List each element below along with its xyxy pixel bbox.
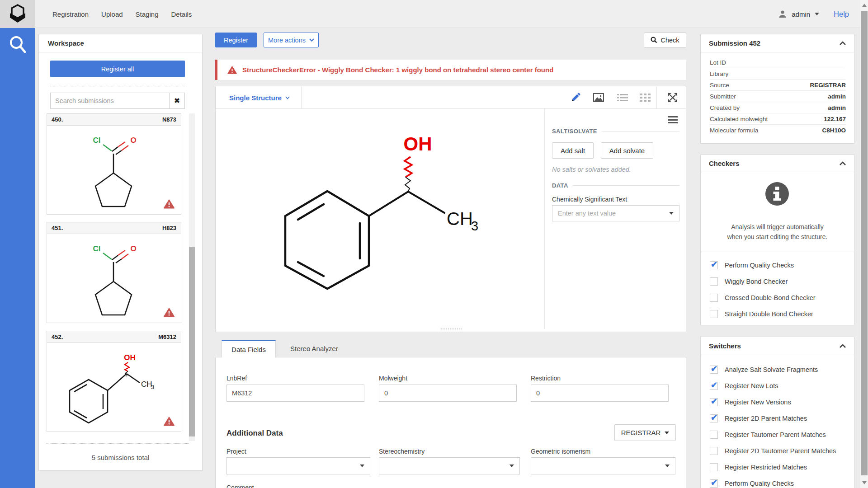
page-scrollbar-thumb[interactable]	[861, 11, 868, 475]
atom-ch-label: CH	[447, 209, 473, 229]
help-link[interactable]: Help	[834, 10, 849, 19]
checkbox[interactable]: ✔	[710, 431, 718, 439]
registrar-dropdown-button[interactable]: REGISTRAR	[614, 424, 676, 441]
expand-icon[interactable]	[668, 93, 678, 103]
search-icon[interactable]	[8, 34, 28, 55]
checkers-panel: Checkers Analysis will trigger automatic…	[700, 155, 854, 325]
more-actions-button[interactable]: More actions	[264, 33, 319, 47]
restriction-input[interactable]	[531, 385, 669, 402]
grid-view-icon[interactable]	[640, 94, 651, 102]
register-all-button[interactable]: Register all	[50, 61, 185, 77]
submission-row: SourceREGISTRAR	[710, 80, 846, 91]
structure-canvas[interactable]: OH CH 3	[222, 113, 493, 317]
main-nav: Registration Upload Staging Details	[52, 0, 192, 28]
checker-item: ✔Wiggly Bond Checker	[701, 273, 854, 290]
page-scrollbar[interactable]	[860, 0, 868, 488]
user-menu[interactable]: admin	[792, 10, 810, 18]
image-view-icon[interactable]	[593, 93, 604, 102]
check-button[interactable]: Check	[644, 33, 686, 47]
tab-stereo-analyzer[interactable]: Stereo Analyzer	[276, 340, 353, 357]
info-icon	[765, 182, 789, 206]
collapse-icon[interactable]	[840, 41, 846, 45]
collapse-icon[interactable]	[840, 344, 846, 348]
card-451-header: 451. H823	[47, 222, 181, 234]
workspace-scrollbar-thumb[interactable]	[189, 247, 195, 436]
stereochemistry-select[interactable]	[379, 457, 520, 474]
error-message: StructureCheckerError - Wiggly Bond Chec…	[242, 66, 553, 74]
structure-mode-dropdown[interactable]: Single Structure	[216, 86, 302, 109]
data-section: DATA	[552, 182, 679, 189]
geometric-isomerism-select[interactable]	[531, 457, 675, 474]
search-submissions-input[interactable]	[50, 93, 169, 109]
structure-menu-icon[interactable]	[668, 116, 678, 123]
workspace-list-scrollbar[interactable]	[189, 113, 195, 441]
chevron-down-icon	[665, 465, 670, 467]
add-solvate-button[interactable]: Add solvate	[601, 142, 653, 159]
checkbox[interactable]: ✔	[710, 398, 718, 406]
user-caret-icon[interactable]	[815, 13, 819, 15]
submission-title: Submission 452	[709, 39, 760, 47]
switchers-panel: Switchers ✔Analyze Salt Solvate Fragment…	[700, 337, 854, 488]
checkbox[interactable]: ✔	[710, 310, 718, 318]
stereochemistry-label: Stereochemistry	[379, 448, 425, 455]
card-450-index: 450.	[52, 116, 63, 123]
scroll-up-arrow[interactable]	[862, 4, 867, 7]
lnbref-input[interactable]	[226, 385, 364, 402]
data-header: DATA	[552, 182, 568, 189]
card-451-code: H823	[162, 225, 176, 231]
canvas-side-divider	[544, 109, 545, 329]
submission-row: Molecular formulaC8H10O	[710, 125, 846, 136]
nav-details[interactable]: Details	[171, 10, 192, 18]
nav-staging[interactable]: Staging	[136, 10, 159, 18]
checkbox[interactable]: ✔	[710, 479, 718, 488]
workspace-title: Workspace	[48, 39, 84, 47]
toolbar-separator	[656, 86, 657, 109]
submission-row: Lot ID	[710, 57, 846, 68]
checkbox[interactable]: ✔	[710, 463, 718, 471]
left-rail	[0, 28, 35, 488]
top-bar: Registration Upload Staging Details admi…	[0, 0, 868, 28]
checkbox[interactable]: ✔	[710, 414, 718, 422]
submission-card-452[interactable]: 452. M6312 OH CH	[47, 331, 181, 432]
collapse-icon[interactable]	[840, 161, 846, 165]
submission-card-451[interactable]: 451. H823 Cl O	[47, 222, 181, 323]
submission-card-450[interactable]: 450. N873 Cl O	[47, 113, 181, 215]
nav-registration[interactable]: Registration	[52, 10, 89, 18]
add-salt-button[interactable]: Add salt	[552, 142, 594, 159]
atom-o-label: O	[130, 136, 136, 145]
hexagon-logo-icon	[8, 4, 27, 24]
scroll-down-arrow[interactable]	[862, 481, 867, 484]
card-452-header: 452. M6312	[47, 331, 181, 343]
app-logo[interactable]	[0, 0, 35, 28]
clear-search-button[interactable]: ✖	[169, 93, 185, 109]
checkbox[interactable]: ✔	[710, 294, 718, 302]
chevron-down-icon	[285, 96, 290, 99]
project-select[interactable]	[226, 457, 370, 474]
structure-panel: Single Structure	[215, 86, 686, 332]
comment-label: Comment	[226, 484, 254, 488]
atom-cl-label: Cl	[93, 244, 101, 253]
data-fields-content: LnbRef Molweight Restriction Additional …	[215, 357, 686, 488]
submission-row: Created byadmin	[710, 102, 846, 113]
checkbox[interactable]: ✔	[710, 447, 718, 455]
chem-text-select[interactable]: Enter any text value	[552, 205, 679, 221]
tab-data-fields[interactable]: Data Fields	[222, 340, 276, 357]
checkbox[interactable]: ✔	[710, 382, 718, 390]
nav-upload[interactable]: Upload	[101, 10, 123, 18]
switcher-item: ✔Analyze Salt Solvate Fragments	[701, 361, 854, 378]
list-view-icon[interactable]	[617, 94, 628, 102]
no-salts-note: No salts or solvates added.	[552, 166, 631, 173]
checkbox[interactable]: ✔	[710, 261, 718, 269]
data-fields-panel: Data Fields Stereo Analyzer LnbRef Molwe…	[215, 338, 686, 488]
atom-cl-label: Cl	[93, 136, 101, 145]
submissions-total: 5 submissions total	[39, 454, 202, 461]
search-icon	[651, 37, 657, 43]
panel-resize-handle[interactable]	[441, 328, 462, 331]
register-button[interactable]: Register	[215, 33, 257, 47]
switcher-item: ✔Register Restricted Matches	[701, 459, 854, 475]
molweight-input[interactable]	[379, 385, 517, 402]
structure-mode-label: Single Structure	[229, 94, 282, 102]
edit-pencil-icon[interactable]	[571, 93, 580, 103]
checkbox[interactable]: ✔	[710, 277, 718, 286]
checkbox[interactable]: ✔	[710, 366, 718, 374]
